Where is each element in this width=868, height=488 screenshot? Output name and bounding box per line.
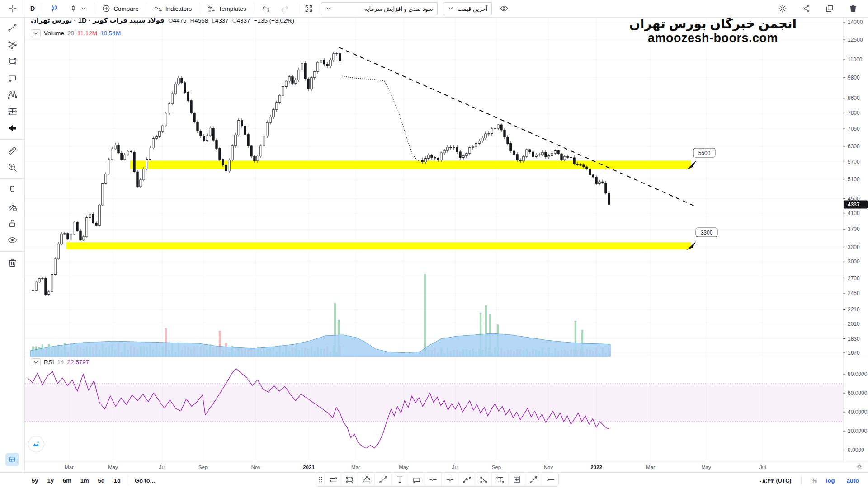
sidebar-lock-drawings-button[interactable]: [3, 217, 21, 230]
price-tick-label[interactable]: 12500: [848, 37, 863, 43]
price-tick-label[interactable]: 2010: [848, 321, 860, 327]
interval-button[interactable]: D: [26, 2, 39, 15]
crosshair-mode-button[interactable]: [0, 0, 25, 17]
footer-trend-fib-tool[interactable]: [358, 473, 374, 486]
bottom-panel-button[interactable]: [5, 453, 19, 466]
support-band[interactable]: [130, 160, 691, 169]
footer-horizontal-ray-tool[interactable]: [425, 473, 441, 486]
chart-type-candles-button[interactable]: [45, 2, 63, 15]
rsi-tick-label[interactable]: 60.0000: [848, 390, 868, 396]
footer-text-tool[interactable]: [391, 473, 408, 486]
price-tick-label[interactable]: 1830: [848, 336, 860, 342]
log-scale-button[interactable]: log: [823, 477, 838, 484]
sidebar-measure-tool[interactable]: [3, 144, 21, 157]
range-button-1y[interactable]: 1y: [43, 475, 57, 486]
time-tick-month: Mar: [641, 465, 660, 470]
descending-trendline[interactable]: [339, 47, 695, 206]
range-button-1m[interactable]: 1m: [77, 475, 93, 486]
rsi-tick-label[interactable]: 80.0000: [848, 371, 868, 377]
range-button-1d[interactable]: 1d: [110, 475, 124, 486]
goto-button[interactable]: Go to...: [132, 477, 158, 484]
visibility-button[interactable]: [495, 2, 513, 15]
price-tick-label[interactable]: 5100: [848, 176, 860, 183]
footer-drag-handle[interactable]: [316, 473, 324, 486]
price-tick-label[interactable]: 2700: [848, 275, 860, 282]
indicators-label: Indicators: [165, 5, 192, 12]
rsi-tick-label[interactable]: 40.0000: [848, 409, 868, 415]
sidebar-shapes-tool[interactable]: [3, 55, 21, 68]
rsi-tick-label[interactable]: 0.0000: [848, 447, 864, 453]
left-drawing-toolbar: [0, 17, 25, 473]
price-tick-label[interactable]: 5700: [848, 159, 860, 165]
share-button[interactable]: [797, 2, 815, 15]
dividends-dropdown-label: سود نقدی و افزایش سرمایه: [335, 5, 433, 12]
sidebar-arrow-tool[interactable]: [3, 122, 21, 135]
change-value: −135 (−3.02%): [254, 17, 294, 24]
range-button-5y[interactable]: 5y: [28, 475, 42, 486]
fullscreen-button[interactable]: [300, 2, 318, 15]
range-button-6m[interactable]: 6m: [59, 475, 75, 486]
footer-callout-tool[interactable]: [408, 473, 425, 486]
price-tick-label[interactable]: 1670: [848, 350, 860, 356]
dividends-dropdown[interactable]: سود نقدی و افزایش سرمایه: [321, 2, 438, 15]
sidebar-annotation-tool[interactable]: [3, 71, 21, 84]
time-axis-settings-icon[interactable]: [856, 464, 863, 470]
sidebar-forecast-tool[interactable]: [3, 105, 21, 118]
support-band[interactable]: [66, 242, 691, 249]
rsi-tick-label[interactable]: 20.0000: [848, 428, 868, 434]
delete-button[interactable]: [844, 2, 862, 15]
top-toolbar: D Compare Indicators Templates: [0, 0, 868, 18]
price-tick-label[interactable]: 2210: [848, 306, 860, 313]
price-tick-label[interactable]: 11000: [848, 56, 863, 63]
footer-triangle-tool[interactable]: [475, 473, 491, 486]
footer-rectangle-tool[interactable]: [341, 473, 358, 486]
last-price-dropdown[interactable]: آخرین قیمت: [443, 2, 492, 15]
price-tick-label[interactable]: 2450: [848, 290, 860, 296]
sidebar-patterns-tool[interactable]: [3, 88, 21, 101]
price-tick-label[interactable]: 9800: [848, 75, 860, 81]
templates-button[interactable]: Templates: [202, 2, 251, 15]
sidebar-gann-fib-tools[interactable]: [3, 38, 21, 51]
auto-scale-button[interactable]: auto: [844, 477, 862, 484]
price-tick-label[interactable]: 7800: [848, 110, 860, 116]
compare-icon: [102, 4, 111, 13]
rsi-collapse-button[interactable]: [31, 358, 41, 366]
chart-style-button[interactable]: [64, 2, 91, 15]
chart-canvas[interactable]: 1400012500110009800860078007050630057005…: [0, 0, 868, 462]
footer-ray-tool[interactable]: [542, 473, 558, 486]
volume-collapse-button[interactable]: [31, 29, 41, 37]
footer-trend-line-tool[interactable]: [374, 473, 391, 486]
sidebar-trend-line-tool[interactable]: [3, 21, 21, 34]
time-axis[interactable]: MarMayJulSepNov2021MarMayJulSepNov2022Ma…: [25, 462, 868, 473]
price-tick-label[interactable]: 3300: [848, 244, 860, 250]
compare-button[interactable]: Compare: [97, 2, 143, 15]
price-tick-label[interactable]: 7050: [848, 126, 860, 132]
footer-cross-line-tool[interactable]: [441, 473, 458, 486]
price-tick-label[interactable]: 6300: [848, 143, 860, 150]
settings-button[interactable]: [774, 2, 792, 15]
footer-price-range-tool[interactable]: [491, 473, 508, 486]
price-tick-label[interactable]: 3000: [848, 258, 860, 265]
price-tick-label[interactable]: 8600: [848, 95, 860, 101]
footer-parallel-channel-tool[interactable]: [458, 473, 475, 486]
range-button-5d[interactable]: 5d: [94, 475, 108, 486]
sidebar-drawing-mode-button[interactable]: [3, 200, 21, 213]
copy-chart-button[interactable]: [821, 2, 839, 15]
footer-date-price-range-tool[interactable]: [508, 473, 525, 486]
sidebar-magnet-mode-button[interactable]: [3, 183, 21, 197]
price-tick-label[interactable]: 4100: [848, 210, 860, 216]
price-tick-label[interactable]: 14000: [848, 19, 863, 25]
footer-arrow-marker-tool[interactable]: [525, 473, 542, 486]
percent-scale-button[interactable]: %: [811, 477, 817, 484]
indicators-button[interactable]: Indicators: [149, 2, 197, 15]
clock-label[interactable]: ۰۸:۴۴ (UTC): [759, 477, 791, 484]
undo-button[interactable]: [257, 2, 275, 15]
footer-horizontal-lines-tool[interactable]: [324, 473, 341, 486]
price-tick-label[interactable]: 3700: [848, 226, 860, 232]
sidebar-zoom-in-tool[interactable]: [3, 161, 21, 174]
sidebar-hide-drawings-button[interactable]: [3, 234, 21, 247]
redo-button[interactable]: [276, 2, 294, 15]
trend-line-icon: [378, 475, 388, 484]
sidebar-remove-objects-button[interactable]: [3, 256, 21, 269]
logo-badge-button[interactable]: [28, 436, 44, 452]
